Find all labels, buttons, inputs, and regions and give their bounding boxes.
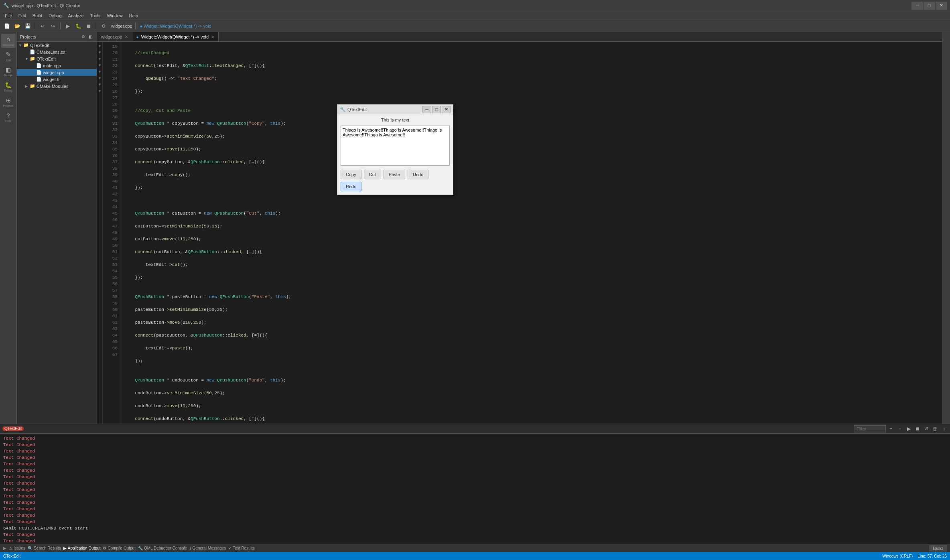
kit-selector-button[interactable]: ⚙ bbox=[99, 22, 108, 30]
dialog-minimize-button[interactable]: ─ bbox=[422, 106, 431, 113]
search-results-label: Search Results bbox=[34, 546, 61, 550]
output-stop-button[interactable]: ⏹ bbox=[914, 425, 921, 432]
dialog-textarea[interactable]: Thiago is Awesome!!Thiago is Awesome!!Th… bbox=[341, 126, 450, 166]
menu-bar: File Edit Build Debug Analyze Tools Wind… bbox=[0, 11, 950, 20]
open-file-button[interactable]: 📂 bbox=[13, 22, 22, 30]
application-output-tab-label: QTextEdit bbox=[2, 426, 24, 431]
menu-help[interactable]: Help bbox=[126, 12, 142, 19]
compile-output-label: Compile Output bbox=[108, 546, 135, 550]
filter-button[interactable]: ⚙ bbox=[80, 34, 86, 40]
strip-item-compile-output[interactable]: ⚙ Compile Output bbox=[103, 546, 135, 550]
save-file-button[interactable]: 💾 bbox=[23, 22, 32, 30]
sidebar-item-debug[interactable]: 🐛 Debug bbox=[1, 79, 16, 94]
code-content[interactable]: ▼ ▼ bbox=[97, 42, 942, 424]
tab-close2-icon[interactable]: ✕ bbox=[211, 35, 214, 39]
output-tab-badge: QTextEdit bbox=[2, 426, 24, 431]
project-panel-header: Projects ⚙ ◧ bbox=[17, 32, 97, 42]
dialog-undo-button[interactable]: Undo bbox=[408, 170, 428, 179]
output-minus-button[interactable]: − bbox=[896, 425, 903, 432]
stop-button[interactable]: ⏹ bbox=[84, 22, 93, 30]
strip-item-search-results[interactable]: 🔍 Search Results bbox=[28, 546, 61, 550]
dialog-maximize-button[interactable]: □ bbox=[432, 106, 441, 113]
output-plus-button[interactable]: + bbox=[887, 425, 895, 432]
projects-label: Projects bbox=[20, 34, 36, 39]
output-line-13: Text Changed bbox=[3, 512, 947, 519]
output-clear-button[interactable]: 🗑 bbox=[932, 425, 939, 432]
undo-button[interactable]: ↩ bbox=[38, 22, 47, 30]
dialog-label: This is my text bbox=[337, 114, 453, 126]
issues-label: Issues bbox=[14, 546, 25, 550]
output-filter-input[interactable] bbox=[854, 425, 886, 432]
dialog-app-icon: 🔧 bbox=[340, 107, 346, 112]
strip-item-issues[interactable]: ⚠ Issues bbox=[9, 546, 25, 550]
strip-item-qml-debugger[interactable]: 🔧 QML Debugger Console bbox=[138, 546, 187, 550]
new-file-button[interactable]: 📄 bbox=[2, 22, 11, 30]
left-sidebar: ⌂ Welcome ✎ Edit ◧ Design 🐛 Debug ⊞ Proj… bbox=[0, 32, 17, 424]
output-content[interactable]: Text Changed Text Changed Text Changed T… bbox=[0, 434, 950, 544]
tab-function[interactable]: ● Widget::Widget(QWidget *) -> void ✕ bbox=[132, 32, 219, 41]
code-body[interactable]: //textChanged connect(textEdit, &QTextEd… bbox=[121, 42, 942, 424]
tab-close-icon[interactable]: ✕ bbox=[125, 34, 128, 39]
dialog-copy-button[interactable]: Copy bbox=[341, 170, 361, 179]
tab-bar: widget.cpp ✕ ● Widget::Widget(QWidget *)… bbox=[97, 32, 942, 42]
tab-label: widget.cpp bbox=[101, 34, 122, 39]
collapse-button[interactable]: ◧ bbox=[87, 34, 93, 40]
dialog-redo-button[interactable]: Redo bbox=[341, 182, 361, 191]
line-numbers: 19 20 21 22 23 24 25 26 27 28 29 30 31 3… bbox=[103, 42, 121, 424]
tree-item-main-cpp[interactable]: 📄 main.cpp bbox=[17, 62, 97, 69]
redo-button[interactable]: ↪ bbox=[49, 22, 57, 30]
sidebar-item-edit[interactable]: ✎ Edit bbox=[1, 49, 16, 63]
issues-icon: ⚠ bbox=[9, 546, 12, 550]
minimize-button[interactable]: ─ bbox=[911, 2, 923, 10]
toolbar: 📄 📂 💾 ↩ ↪ ▶ 🐛 ⏹ ⚙ widget.cpp ● Widget::W… bbox=[0, 20, 950, 32]
compile-icon: ⚙ bbox=[103, 546, 106, 550]
close-button[interactable]: ✕ bbox=[936, 2, 947, 10]
sidebar-item-design[interactable]: ◧ Design bbox=[1, 64, 16, 79]
tree-item-widget-cpp[interactable]: 📄 widget.cpp bbox=[17, 69, 97, 76]
sidebar-item-projects[interactable]: ⊞ Projects bbox=[1, 95, 16, 109]
tree-item-cmakelists[interactable]: 📄 CMakeLists.txt bbox=[17, 49, 97, 55]
dialog-textarea-wrap: Thiago is Awesome!!Thiago is Awesome!!Th… bbox=[341, 126, 450, 166]
output-restart-button[interactable]: ↺ bbox=[923, 425, 930, 432]
strip-item-application-output[interactable]: ▶ Application Output bbox=[63, 546, 101, 550]
tree-item-widget-h[interactable]: 📄 widget.h bbox=[17, 76, 97, 83]
fold-gutter: ▼ ▼ bbox=[97, 42, 103, 424]
function-location: ● Widget::Widget(QWidget *) -> void bbox=[140, 24, 211, 28]
app-icon: 🔧 bbox=[3, 3, 9, 8]
tree-item-cmake-modules[interactable]: ▶ 📁 CMake Modules bbox=[17, 83, 97, 89]
dialog-cut-button[interactable]: Cut bbox=[364, 170, 381, 179]
menu-tools[interactable]: Tools bbox=[87, 12, 104, 19]
output-toolbar: QTextEdit + − ▶ ⏹ ↺ 🗑 ↕ bbox=[0, 424, 950, 434]
output-line-11: Text Changed bbox=[3, 499, 947, 506]
maximize-button[interactable]: □ bbox=[924, 2, 935, 10]
kit-label: widget.cpp bbox=[111, 24, 132, 28]
menu-analyze[interactable]: Analyze bbox=[65, 12, 87, 19]
app-output-icon: ▶ bbox=[63, 546, 67, 550]
tree-item-qtextedit-root[interactable]: ▼ 📁 QTextEdit bbox=[17, 42, 97, 49]
menu-window[interactable]: Window bbox=[104, 12, 126, 19]
panel-bottom-strip: ▶ ⚠ Issues 🔍 Search Results ▶ Applicatio… bbox=[0, 544, 950, 552]
tab-widget-cpp[interactable]: widget.cpp ✕ bbox=[97, 32, 132, 41]
sidebar-item-welcome[interactable]: ⌂ Welcome bbox=[1, 34, 16, 48]
menu-build[interactable]: Build bbox=[29, 12, 45, 19]
menu-edit[interactable]: Edit bbox=[15, 12, 29, 19]
status-position: Line: 57, Col: 26 bbox=[918, 554, 947, 558]
build-button[interactable]: ▶ bbox=[63, 22, 72, 30]
dialog-close-button[interactable]: ✕ bbox=[442, 106, 451, 113]
tree-item-qtextedit-sub[interactable]: ▼ 📁 QTextEdit bbox=[17, 55, 97, 62]
strip-item-general-messages[interactable]: ℹ General Messages bbox=[189, 546, 226, 550]
output-run-button[interactable]: ▶ bbox=[905, 425, 912, 432]
build-strip-button[interactable]: Build bbox=[929, 545, 947, 552]
output-line-8: Text Changed bbox=[3, 480, 947, 487]
menu-debug[interactable]: Debug bbox=[45, 12, 65, 19]
strip-item-test-results[interactable]: ✓ Test Results bbox=[228, 546, 254, 550]
menu-file[interactable]: File bbox=[2, 12, 15, 19]
run-icon: ▶ bbox=[3, 546, 6, 550]
status-bar: QTextEdit Windows (CRLF) Line: 57, Col: … bbox=[0, 552, 950, 560]
bottom-panel: QTextEdit + − ▶ ⏹ ↺ 🗑 ↕ Text Changed Tex… bbox=[0, 424, 950, 544]
dialog-paste-button[interactable]: Paste bbox=[384, 170, 405, 179]
sidebar-item-help[interactable]: ? Help bbox=[1, 110, 16, 124]
debug-run-button[interactable]: 🐛 bbox=[74, 22, 83, 30]
qt-dialog: 🔧 QTextEdit ─ □ ✕ This is my text Thiago… bbox=[337, 104, 453, 195]
output-scroll-button[interactable]: ↕ bbox=[940, 425, 948, 432]
